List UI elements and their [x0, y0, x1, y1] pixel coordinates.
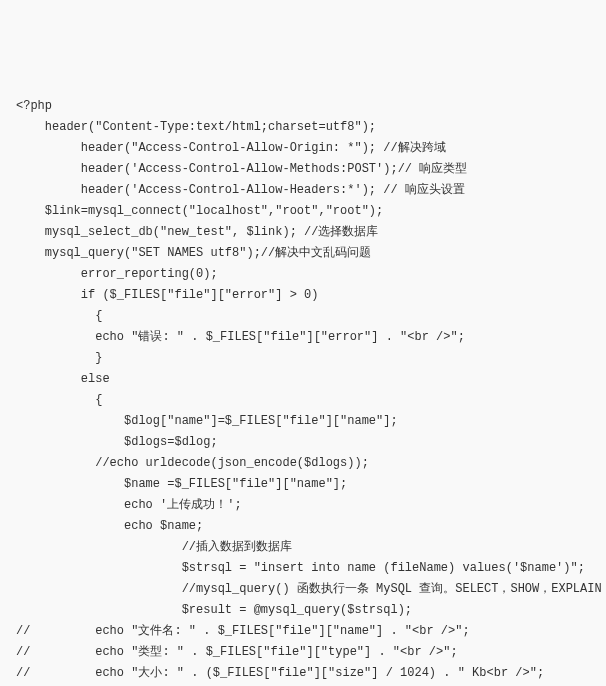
- code-line: echo "错误: " . $_FILES["file"]["error"] .…: [16, 327, 590, 348]
- code-line: header('Access-Control-Allow-Methods:POS…: [16, 159, 590, 180]
- code-line: header("Content-Type:text/html;charset=u…: [16, 117, 590, 138]
- code-line: // echo "文件名: " . $_FILES["file"]["name"…: [16, 621, 590, 642]
- code-line: //echo urldecode(json_encode($dlogs));: [16, 453, 590, 474]
- code-line: $link=mysql_connect("localhost","root","…: [16, 201, 590, 222]
- code-line: // echo "大小: " . ($_FILES["file"]["size"…: [16, 663, 590, 684]
- code-block: <?php header("Content-Type:text/html;cha…: [16, 96, 590, 684]
- code-line: {: [16, 306, 590, 327]
- code-line: echo $name;: [16, 516, 590, 537]
- code-line: //插入数据到数据库: [16, 537, 590, 558]
- code-line: else: [16, 369, 590, 390]
- code-line: }: [16, 348, 590, 369]
- code-line: header("Access-Control-Allow-Origin: *")…: [16, 138, 590, 159]
- code-line: $dlog["name"]=$_FILES["file"]["name"];: [16, 411, 590, 432]
- code-line: mysql_select_db("new_test", $link); //选择…: [16, 222, 590, 243]
- code-line: if ($_FILES["file"]["error"] > 0): [16, 285, 590, 306]
- code-line: //mysql_query() 函数执行一条 MySQL 查询。SELECT，S…: [16, 579, 590, 600]
- code-line: $name =$_FILES["file"]["name"];: [16, 474, 590, 495]
- code-line: <?php: [16, 96, 590, 117]
- code-line: $result = @mysql_query($strsql);: [16, 600, 590, 621]
- code-line: $dlogs=$dlog;: [16, 432, 590, 453]
- code-line: error_reporting(0);: [16, 264, 590, 285]
- code-line: $strsql = "insert into name (fileName) v…: [16, 558, 590, 579]
- code-line: header('Access-Control-Allow-Headers:*')…: [16, 180, 590, 201]
- code-line: // echo "类型: " . $_FILES["file"]["type"]…: [16, 642, 590, 663]
- code-line: mysql_query("SET NAMES utf8");//解决中文乱码问题: [16, 243, 590, 264]
- code-line: echo '上传成功！';: [16, 495, 590, 516]
- code-line: {: [16, 390, 590, 411]
